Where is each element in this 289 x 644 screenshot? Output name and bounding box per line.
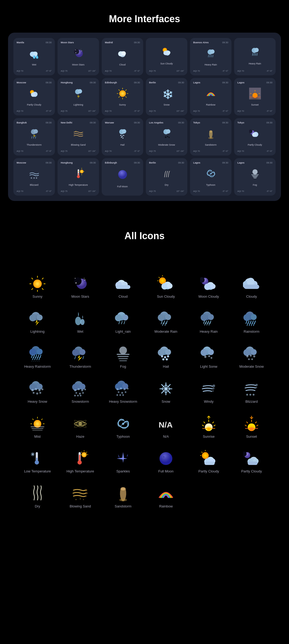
svg-point-199 [167,355,169,357]
card-lagos-rainbow[interactable]: Lagos09:30 Rainbow AQI 70-5°~0° [190,78,231,115]
svg-point-260 [165,388,167,390]
svg-rect-80 [78,173,79,176]
card-warsaw[interactable]: Warsaw09:30 Hail AQI 70-5°~0° [102,118,143,156]
svg-text:❄ ❄ ❄: ❄ ❄ ❄ [116,394,124,397]
svg-marker-186 [78,355,82,361]
svg-rect-299 [36,458,37,462]
svg-point-278 [79,422,82,425]
svg-line-178 [33,357,33,360]
card-hongkong-lightning[interactable]: Hongkong09:30 Lightning AQI 7515°~24° [58,78,99,115]
svg-text:❄: ❄ [164,136,166,139]
svg-line-187 [75,356,75,359]
svg-point-189 [119,347,127,354]
card-lagos-fog[interactable]: Lagos09:30 Fog AQI 70-5°~0° [234,158,276,196]
icon-label: Sunset [246,434,257,439]
svg-point-198 [164,356,166,358]
card-heavy-rain-2[interactable]: Heavy Rain AQI 70-5°~0° [234,38,276,75]
svg-line-168 [251,323,252,326]
card-hongkong-temp[interactable]: Hongkong09:30 High Temperature AQI 7515°… [58,158,99,196]
card-sun-cloudy[interactable]: Sun Cloudy AQI 7515°~24° [146,38,187,75]
svg-point-122 [210,284,215,289]
svg-point-31 [31,92,35,97]
icon-blizzard: ❄ ❄ ❄ Blizzard [230,376,273,408]
icon-snowstorm: ❄ ❄ ❄ ❄ ❄ ❄ ❄ ❄ ❄ ❄ Snowstorm [59,376,102,408]
svg-point-322 [202,452,209,459]
svg-point-105 [85,280,85,280]
card-manila[interactable]: Manila09:30 💧💧 Wet AQI 70-5°~0° [13,38,55,75]
icon-full-moon: Full Moon [144,446,187,478]
svg-marker-53 [33,134,36,138]
svg-point-142 [165,314,171,320]
icon-thunderstorm: Thunderstorm [59,341,102,373]
svg-line-153 [208,321,209,324]
card-tokyo-partly[interactable]: Tokyo09:30 Partly Cloudy AQI 70-5°~0° [234,118,276,156]
icon-snow: Snow [144,376,187,408]
svg-rect-92 [253,178,256,178]
icon-na: N/A N/A [144,411,187,443]
svg-text:❄: ❄ [210,356,212,359]
card-madrid[interactable]: Madrid09:30 Cloud AQI 70-5°~0° [102,38,143,75]
svg-text:❄ ❄ ❄: ❄ ❄ ❄ [74,394,82,397]
card-bangkok[interactable]: Bangkok09:30 Thunderstorm AQI 70-5°~0° [13,118,55,156]
svg-line-147 [165,323,166,325]
svg-text:❄: ❄ [36,392,39,395]
svg-line-162 [248,321,249,324]
svg-point-160 [251,314,257,320]
card-moscow[interactable]: Moscow09:30 Partly Cloudy AQI 70-5°~0° [13,78,55,115]
svg-text:❄ ❄ ❄: ❄ ❄ ❄ [246,393,255,396]
svg-point-132 [75,317,81,325]
icon-mist: Mist [16,411,59,443]
icon-sunny: Sunny [16,271,59,303]
svg-rect-275 [32,430,43,430]
svg-rect-335 [248,462,258,465]
svg-point-159 [244,314,250,321]
icon-dry: Dry [16,481,59,513]
svg-point-307 [82,452,87,457]
svg-point-64 [121,137,122,138]
card-edinburgh-fullmoon[interactable]: Edinburgh09:30 Full Moon [102,158,143,196]
svg-line-325 [202,452,202,453]
card-edinburgh[interactable]: Edinburgh09:30 Sunny AQI 70-5°~0° [102,78,143,115]
card-lagos-sunset[interactable]: Lagos09:30 Sunset AQI 70-5°~0° [234,78,276,115]
icon-label: Sunny [33,294,43,299]
svg-text:~ ~ ~ ~ ~: ~ ~ ~ ~ ~ [31,360,40,362]
icon-label: Moderate Snow [239,364,264,369]
svg-marker-131 [35,320,40,325]
card-tokyo-sandstorm[interactable]: Tokyo09:30 Sandstorm AQI 70-5°~0° [190,118,231,156]
icon-sparkles: Sparkles [102,446,144,478]
svg-point-136 [122,315,128,320]
svg-line-143 [161,321,162,324]
icons-section: Sunny Moon Stars [0,250,289,529]
svg-line-22 [212,55,213,57]
svg-text:❄: ❄ [117,391,120,394]
section-title-2: All Icons [0,217,289,250]
card-moon-stars[interactable]: Moon Stars Moon Stars AQI 7515°~24° [58,38,99,75]
icon-label: Cloudy [246,294,257,299]
icon-light-rain: Light_rain [102,306,144,338]
svg-rect-193 [119,360,127,361]
icon-wet: Wet [59,306,102,338]
svg-line-155 [205,323,206,325]
icon-moon-stars: Moon Stars [59,271,102,303]
icon-partly-cloudy-night: Partly Cloudy [230,446,273,478]
card-buenos-aires[interactable]: Buenos Aires09:30 Heavy Rain AQI 70-5°~0… [190,38,231,75]
svg-text:❄: ❄ [82,391,84,394]
svg-point-149 [201,314,208,321]
svg-line-287 [204,422,205,423]
svg-text:❄: ❄ [248,358,250,361]
card-berlin-dry[interactable]: Berlin09:30 Dry AQI 7515°~24° [146,158,187,196]
svg-point-8 [81,51,82,51]
svg-rect-190 [117,354,130,355]
card-new-delhi[interactable]: New Delhi09:30 Blowing Sand AQI 7515°~24… [58,118,99,156]
card-los-angeles[interactable]: Los Angeles09:30 ❄ ❄ ❄ Moderate Snow AQI… [146,118,187,156]
svg-point-196 [165,349,171,355]
svg-point-88 [252,169,257,174]
svg-rect-329 [204,462,215,465]
svg-line-163 [250,321,251,324]
svg-rect-273 [31,426,44,427]
card-lagos-typhoon[interactable]: Lagos09:30 Typhoon AQI 70-5°~0° [190,158,231,196]
svg-marker-313 [122,452,124,463]
card-moscow-blizzard[interactable]: Moscow09:30 ❄ ❄ ❄ Blizzard AQI 70-5°~0° [13,158,55,196]
card-berlin-snow[interactable]: Berlin09:30 ❄️ Snow AQI 7515°~24° [146,78,187,115]
svg-line-174 [34,355,35,358]
